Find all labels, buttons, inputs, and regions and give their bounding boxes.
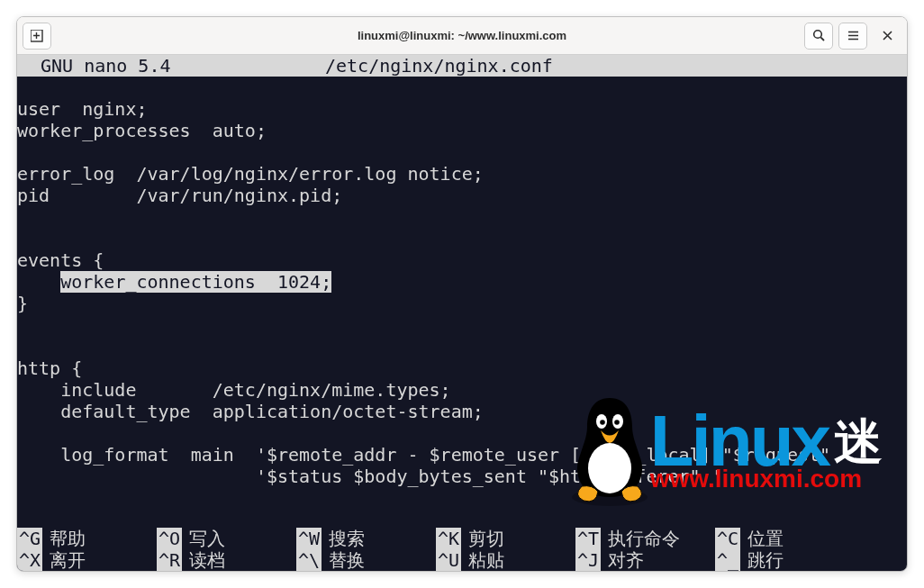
shortcut-item: ^U粘贴: [436, 549, 575, 571]
titlebar: linuxmi@linuxmi: ~/www.linuxmi.com: [17, 17, 907, 55]
shortcut-key: ^J: [575, 549, 601, 571]
editor-line: [17, 228, 907, 249]
shortcut-key: ^R: [157, 549, 182, 571]
shortcut-item: ^T执行命令: [575, 528, 715, 549]
editor-line: log_format main '$remote_addr - $remote_…: [17, 444, 907, 466]
nano-shortcuts: ^G帮助^O写入^W搜索^K剪切^T执行命令^C位置^X离开^R读档^\替换^U…: [17, 528, 907, 571]
shortcut-item: ^\替换: [296, 549, 436, 571]
menu-button[interactable]: [838, 23, 867, 50]
editor-line: user nginx;: [17, 98, 907, 120]
shortcut-label: 搜索: [329, 528, 365, 549]
shortcut-item: ^C位置: [715, 528, 855, 549]
shortcut-item: ^O写入: [157, 528, 296, 549]
editor-line: error_log /var/log/nginx/error.log notic…: [17, 163, 907, 185]
shortcut-item: ^G帮助: [17, 528, 157, 549]
editor-line: [17, 314, 907, 336]
close-button[interactable]: [873, 23, 901, 50]
shortcut-key: ^U: [436, 549, 461, 571]
terminal-area[interactable]: GNU nano 5.4 /etc/nginx/nginx.conf user …: [17, 55, 907, 571]
shortcut-label: 写入: [189, 528, 225, 549]
shortcut-item: ^W搜索: [296, 528, 436, 549]
nano-version: GNU nano 5.4: [19, 55, 325, 77]
editor-line: [17, 336, 907, 357]
editor-line: [17, 141, 907, 163]
shortcut-key: ^K: [436, 528, 461, 549]
shortcut-key: ^T: [575, 528, 601, 549]
shortcut-label: 执行命令: [608, 528, 680, 549]
close-icon: [882, 30, 893, 41]
shortcut-key: ^W: [296, 528, 322, 549]
editor-line: pid /var/run/nginx.pid;: [17, 185, 907, 206]
editor-content[interactable]: user nginx;worker_processes auto;error_l…: [17, 77, 907, 509]
editor-line: '$status $body_bytes_sent "$http_referer…: [17, 466, 907, 487]
search-button[interactable]: [804, 23, 833, 50]
shortcut-item: ^R读档: [157, 549, 296, 571]
editor-line: [17, 77, 907, 98]
editor-line: [17, 206, 907, 228]
shortcut-key: ^G: [17, 528, 42, 549]
shortcut-key: ^C: [715, 528, 740, 549]
shortcut-item: ^K剪切: [436, 528, 575, 549]
editor-line: events {: [17, 249, 907, 271]
terminal-window: linuxmi@linuxmi: ~/www.linuxmi.com GNU n…: [16, 16, 908, 572]
editor-line: worker_connections 1024;: [17, 271, 907, 293]
svg-line-2: [820, 37, 824, 41]
editor-line: }: [17, 293, 907, 314]
shortcut-item: ^X离开: [17, 549, 157, 571]
shortcut-label: 位置: [747, 528, 784, 549]
plus-icon: [31, 30, 43, 42]
selection-highlight: worker_connections 1024;: [60, 271, 331, 293]
editor-line: worker_processes auto;: [17, 120, 907, 141]
hamburger-icon: [847, 29, 860, 42]
svg-point-1: [813, 31, 821, 39]
shortcut-label: 剪切: [468, 528, 504, 549]
shortcut-item: ^_跳行: [715, 549, 855, 571]
editor-line: default_type application/octet-stream;: [17, 401, 907, 422]
shortcut-label: 帮助: [50, 528, 86, 549]
editor-line: http {: [17, 357, 907, 379]
shortcut-key: ^\: [296, 549, 322, 571]
search-icon: [812, 29, 826, 42]
nano-filename: /etc/nginx/nginx.conf: [325, 55, 553, 77]
shortcut-label: 替换: [329, 549, 365, 571]
shortcut-key: ^X: [17, 549, 42, 571]
shortcut-key: ^O: [157, 528, 182, 549]
window-title: linuxmi@linuxmi: ~/www.linuxmi.com: [17, 29, 907, 42]
shortcut-label: 跳行: [747, 549, 784, 571]
editor-line: include /etc/nginx/mime.types;: [17, 379, 907, 401]
shortcut-key: ^_: [715, 549, 740, 571]
shortcut-label: 离开: [50, 549, 86, 571]
editor-line: [17, 422, 907, 444]
shortcut-item: ^J对齐: [575, 549, 715, 571]
shortcut-label: 读档: [189, 549, 225, 571]
shortcut-label: 粘贴: [468, 549, 504, 571]
nano-header: GNU nano 5.4 /etc/nginx/nginx.conf: [17, 55, 907, 77]
shortcut-label: 对齐: [608, 549, 644, 571]
new-tab-button[interactable]: [23, 23, 51, 50]
